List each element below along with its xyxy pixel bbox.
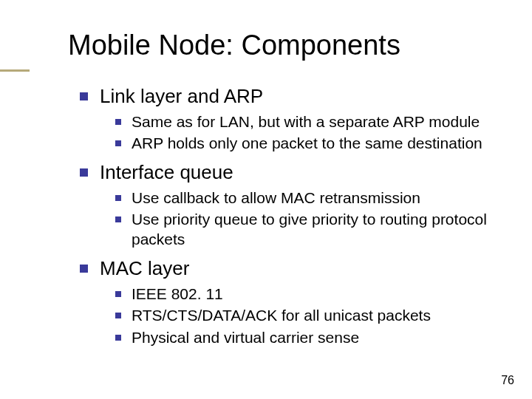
slide: Mobile Node: Components Link layer and A…: [0, 0, 532, 399]
page-number: 76: [501, 374, 514, 387]
square-bullet-icon: [115, 195, 121, 201]
square-bullet-icon: [80, 92, 88, 100]
list-item: Physical and virtual carrier sense: [115, 327, 502, 347]
slide-title: Mobile Node: Components: [68, 30, 400, 61]
list-item: RTS/CTS/DATA/ACK for all unicast packets: [115, 305, 502, 325]
square-bullet-icon: [115, 119, 121, 125]
list-item: Use priority queue to give priority to r…: [115, 209, 502, 250]
square-bullet-icon: [115, 313, 121, 318]
square-bullet-icon: [115, 140, 121, 146]
item-text: IEEE 802. 11: [132, 284, 223, 304]
accent-line: [0, 69, 30, 72]
square-bullet-icon: [80, 265, 88, 273]
section-items: IEEE 802. 11 RTS/CTS/DATA/ACK for all un…: [115, 284, 502, 347]
heading-text: Interface queue: [100, 160, 233, 185]
square-bullet-icon: [115, 216, 121, 222]
square-bullet-icon: [115, 291, 121, 297]
item-text: Use priority queue to give priority to r…: [132, 209, 502, 250]
section-items: Same as for LAN, but with a separate ARP…: [115, 112, 502, 154]
section-items: Use callback to allow MAC retransmission…: [115, 188, 502, 250]
section-heading: MAC layer: [80, 256, 502, 281]
slide-body: Link layer and ARP Same as for LAN, but …: [80, 80, 502, 355]
heading-text: MAC layer: [100, 256, 189, 281]
heading-text: Link layer and ARP: [100, 84, 263, 109]
item-text: RTS/CTS/DATA/ACK for all unicast packets: [132, 305, 431, 325]
item-text: Same as for LAN, but with a separate ARP…: [132, 112, 480, 132]
list-item: ARP holds only one packet to the same de…: [115, 133, 502, 153]
item-text: ARP holds only one packet to the same de…: [132, 133, 482, 153]
list-item: Use callback to allow MAC retransmission: [115, 188, 502, 208]
square-bullet-icon: [80, 168, 88, 177]
item-text: Physical and virtual carrier sense: [132, 327, 359, 347]
list-item: Same as for LAN, but with a separate ARP…: [115, 112, 502, 132]
section-heading: Interface queue: [80, 160, 502, 185]
item-text: Use callback to allow MAC retransmission: [132, 188, 420, 208]
section-heading: Link layer and ARP: [80, 84, 502, 109]
square-bullet-icon: [115, 335, 121, 341]
list-item: IEEE 802. 11: [115, 284, 502, 304]
